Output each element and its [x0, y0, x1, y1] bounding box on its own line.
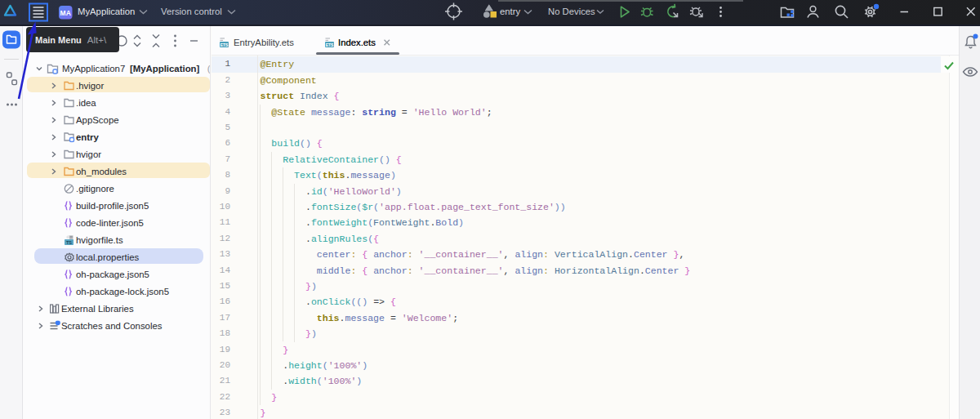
svg-text:MA: MA — [60, 9, 71, 17]
svg-text:ETS: ETS — [326, 42, 334, 47]
svg-text:ETS: ETS — [220, 42, 229, 47]
svg-text:TS: TS — [66, 239, 72, 244]
